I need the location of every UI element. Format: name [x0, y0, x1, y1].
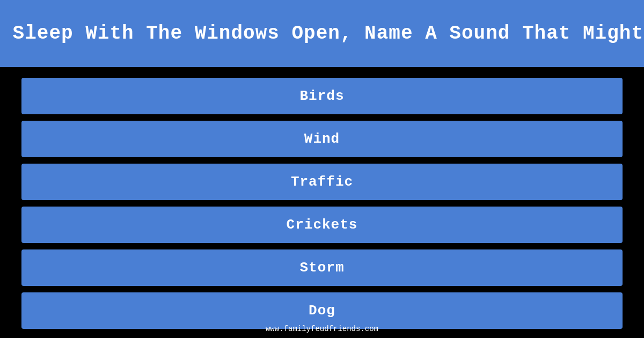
answer-label-1: Birds: [299, 88, 344, 104]
answer-label-3: Traffic: [291, 174, 353, 190]
content-area: Birds Wind Traffic Crickets Storm Dog: [0, 67, 644, 338]
answer-label-2: Wind: [304, 131, 340, 147]
answer-button-5[interactable]: Storm: [21, 249, 623, 286]
answer-button-1[interactable]: Birds: [21, 78, 623, 114]
answer-button-6[interactable]: Dog: [21, 292, 623, 329]
answer-label-6: Dog: [309, 303, 335, 319]
header: If You Go To Sleep With The Windows Open…: [0, 0, 644, 67]
answer-button-4[interactable]: Crickets: [21, 207, 623, 243]
answer-button-3[interactable]: Traffic: [21, 164, 623, 200]
header-text: If You Go To Sleep With The Windows Open…: [0, 23, 644, 45]
footer-url: www.familyfeudfriends.com: [266, 325, 378, 333]
answer-label-4: Crickets: [287, 217, 358, 233]
answer-label-5: Storm: [299, 260, 344, 276]
footer: www.familyfeudfriends.com: [0, 324, 644, 334]
answer-button-2[interactable]: Wind: [21, 121, 623, 157]
